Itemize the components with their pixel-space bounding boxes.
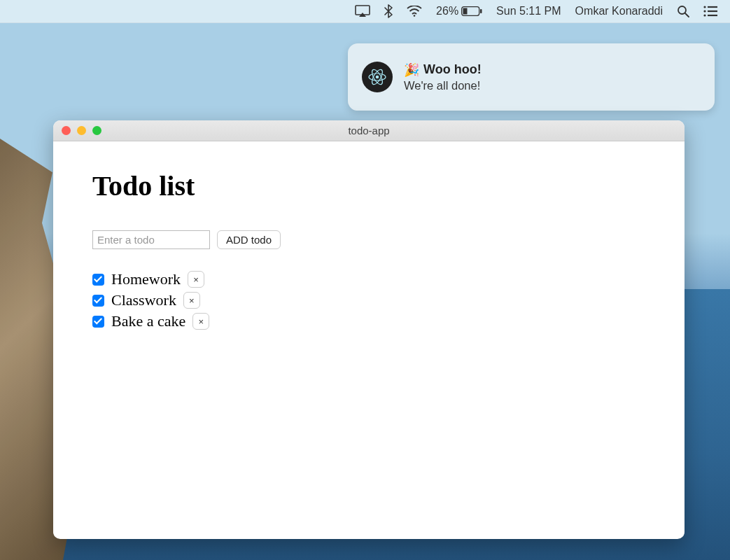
svg-rect-4 [463, 8, 468, 15]
user-label: Omkar Konaraddi [575, 5, 663, 18]
todo-checkbox[interactable] [92, 274, 104, 286]
todo-label: Homework [111, 270, 181, 288]
window-titlebar[interactable]: todo-app [53, 120, 685, 141]
notification-title: Woo hoo! [423, 62, 482, 77]
todo-input[interactable] [92, 230, 210, 249]
todo-item: Bake a cake× [92, 311, 645, 332]
todo-item: Classwork× [92, 290, 645, 311]
menu-list-icon[interactable] [703, 6, 717, 17]
new-todo-row: ADD todo [92, 230, 645, 249]
menubar-clock[interactable]: Sun 5:11 PM [496, 5, 561, 18]
svg-point-2 [414, 15, 416, 17]
remove-todo-button[interactable]: × [192, 313, 209, 330]
app-window: todo-app Todo list ADD todo Homework×Cla… [53, 120, 685, 539]
window-close-button[interactable] [62, 126, 71, 135]
add-todo-button[interactable]: ADD todo [217, 230, 281, 249]
todo-label: Bake a cake [111, 312, 185, 330]
page-title: Todo list [92, 169, 645, 202]
notification-app-icon [362, 62, 393, 92]
svg-point-8 [703, 6, 706, 8]
todo-list: Homework×Classwork×Bake a cake× [92, 269, 645, 332]
todo-checkbox[interactable] [92, 295, 104, 307]
electron-icon [367, 66, 388, 88]
window-title: todo-app [53, 125, 685, 136]
svg-point-10 [703, 10, 706, 12]
app-body: Todo list ADD todo Homework×Classwork×Ba… [53, 141, 685, 539]
notification-body: We're all done! [404, 79, 482, 92]
menubar-user[interactable]: Omkar Konaraddi [575, 5, 663, 18]
svg-line-7 [685, 13, 689, 17]
airplay-icon[interactable] [355, 5, 370, 18]
party-popper-icon: 🎉 [404, 62, 419, 78]
svg-point-12 [703, 14, 706, 16]
remove-todo-button[interactable]: × [183, 292, 200, 309]
battery-percent-label: 26% [436, 5, 458, 18]
svg-rect-5 [480, 9, 482, 13]
todo-item: Homework× [92, 269, 645, 290]
battery-status[interactable]: 26% [436, 5, 482, 18]
traffic-lights [62, 120, 101, 141]
clock-label: Sun 5:11 PM [496, 5, 561, 18]
todo-label: Classwork [111, 291, 176, 309]
remove-todo-button[interactable]: × [188, 271, 204, 288]
system-notification[interactable]: 🎉 Woo hoo! We're all done! [348, 43, 715, 111]
svg-point-14 [376, 76, 379, 79]
notification-content: 🎉 Woo hoo! We're all done! [404, 62, 482, 92]
svg-point-6 [678, 6, 686, 14]
bluetooth-icon[interactable] [384, 4, 393, 18]
window-minimize-button[interactable] [77, 126, 86, 135]
mac-menubar: 26% Sun 5:11 PM Omkar Konaraddi [0, 0, 730, 23]
wifi-icon[interactable] [407, 6, 422, 17]
spotlight-search-icon[interactable] [677, 5, 689, 18]
window-maximize-button[interactable] [92, 126, 101, 135]
todo-checkbox[interactable] [92, 316, 104, 328]
